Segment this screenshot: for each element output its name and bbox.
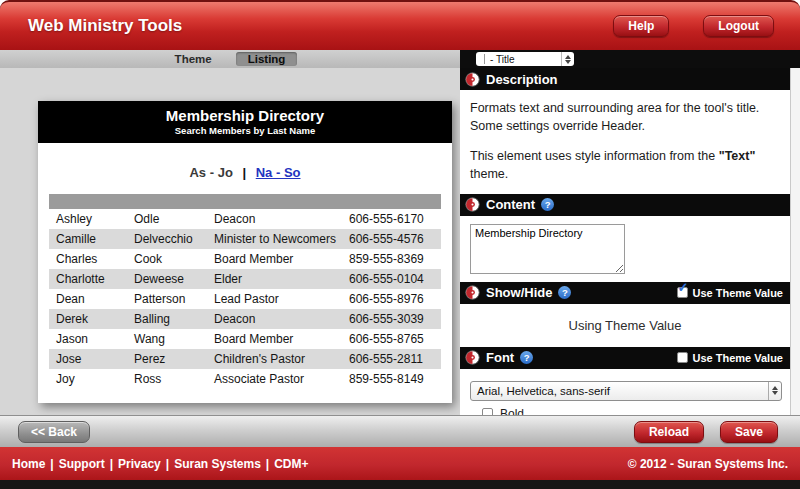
element-selector-bar: - Title bbox=[460, 50, 800, 68]
member-first-name: Jose bbox=[49, 352, 134, 366]
help-question-icon[interactable]: ? bbox=[520, 351, 533, 364]
tab-row: Theme Listing - Title bbox=[0, 50, 800, 68]
member-phone: 606-555-8976 bbox=[349, 292, 441, 306]
copyright-text: © 2012 - Suran Systems Inc. bbox=[628, 457, 788, 471]
member-role: Associate Pastor bbox=[214, 372, 349, 386]
member-last-name: Odle bbox=[134, 212, 214, 226]
app-window: Web Ministry Tools Help Logout Theme Lis… bbox=[0, 0, 800, 489]
table-row: Charles Cook Board Member 859-555-8369 bbox=[49, 249, 441, 269]
member-first-name: Jason bbox=[49, 332, 134, 346]
suran-target-icon bbox=[465, 350, 480, 365]
member-role: Lead Pastor bbox=[214, 292, 349, 306]
table-row: Jason Wang Board Member 606-555-8765 bbox=[49, 329, 441, 349]
top-bar-actions: Help Logout bbox=[613, 15, 774, 37]
back-button[interactable]: << Back bbox=[18, 421, 90, 443]
table-body: Ashley Odle Deacon 606-555-6170 Camille … bbox=[49, 209, 441, 389]
page-range-current[interactable]: As - Jo bbox=[189, 165, 232, 180]
arrow-down-icon bbox=[772, 391, 778, 395]
member-role: Children's Pastor bbox=[214, 352, 349, 366]
show-hide-use-theme-toggle[interactable]: ✓ Use Theme Value bbox=[677, 287, 784, 299]
settings-content: Description Formats text and surrounding… bbox=[460, 68, 790, 415]
footer-separator: | bbox=[266, 457, 269, 471]
help-question-icon[interactable]: ? bbox=[558, 286, 571, 299]
logout-button[interactable]: Logout bbox=[703, 15, 774, 37]
help-button[interactable]: Help bbox=[613, 15, 669, 37]
show-hide-status-text: Using Theme Value bbox=[460, 318, 790, 333]
table-row: Camille Delvecchio Minister to Newcomers… bbox=[49, 229, 441, 249]
bold-option[interactable]: Bold bbox=[482, 407, 790, 416]
select-stepper-icon bbox=[561, 52, 574, 66]
member-role: Deacon bbox=[214, 312, 349, 326]
top-bar: Web Ministry Tools Help Logout bbox=[0, 0, 800, 50]
font-use-theme-toggle[interactable]: Use Theme Value bbox=[677, 352, 784, 364]
footer-link-support[interactable]: Support bbox=[59, 457, 105, 471]
content-title: Content bbox=[486, 197, 535, 212]
tab-theme[interactable]: Theme bbox=[163, 52, 224, 66]
member-role: Board Member bbox=[214, 252, 349, 266]
page-range-link[interactable]: Na - So bbox=[256, 165, 301, 180]
footer-link-privacy[interactable]: Privacy bbox=[118, 457, 161, 471]
member-role: Board Member bbox=[214, 332, 349, 346]
use-theme-label: Use Theme Value bbox=[693, 352, 784, 364]
show-hide-section-header: Show/Hide ? ✓ Use Theme Value bbox=[460, 282, 790, 304]
select-divider bbox=[484, 54, 485, 64]
scrollbar-track[interactable] bbox=[790, 68, 800, 415]
element-select[interactable]: - Title bbox=[476, 52, 574, 66]
suran-target-icon bbox=[465, 197, 480, 212]
footer-link-cdm[interactable]: CDM+ bbox=[274, 457, 308, 471]
settings-panel: Description Formats text and surrounding… bbox=[460, 68, 800, 415]
bottom-black-strip bbox=[0, 480, 800, 489]
bottom-button-bar: << Back Reload Save bbox=[0, 415, 800, 447]
preview-panel: Membership Directory Search Members by L… bbox=[0, 68, 460, 415]
check-icon: ✓ bbox=[678, 281, 689, 294]
tab-listing[interactable]: Listing bbox=[236, 52, 298, 66]
use-theme-checkbox-checked[interactable]: ✓ bbox=[677, 287, 688, 298]
content-section-header: Content ? bbox=[460, 194, 790, 216]
arrow-up-icon bbox=[772, 386, 778, 390]
element-select-value: - Title bbox=[490, 54, 514, 65]
member-last-name: Cook bbox=[134, 252, 214, 266]
directory-subtitle: Search Members by Last Name bbox=[38, 125, 452, 136]
table-row: Charlotte Deweese Elder 606-555-0104 bbox=[49, 269, 441, 289]
table-row: Joy Ross Associate Pastor 859-555-8149 bbox=[49, 369, 441, 389]
show-hide-title: Show/Hide bbox=[486, 285, 552, 300]
description-p2-post: theme. bbox=[470, 167, 508, 181]
member-phone: 606-555-2811 bbox=[349, 352, 441, 366]
description-title: Description bbox=[486, 72, 558, 87]
help-question-icon[interactable]: ? bbox=[541, 198, 554, 211]
footer-link-suran-systems[interactable]: Suran Systems bbox=[174, 457, 261, 471]
member-phone: 606-555-0104 bbox=[349, 272, 441, 286]
suran-target-icon bbox=[465, 72, 480, 87]
save-button[interactable]: Save bbox=[720, 421, 778, 443]
member-first-name: Charles bbox=[49, 252, 134, 266]
main-area: Membership Directory Search Members by L… bbox=[0, 68, 800, 415]
font-family-value: Arial, Helvetica, sans-serif bbox=[477, 385, 610, 397]
bold-checkbox[interactable] bbox=[482, 408, 493, 415]
member-role: Elder bbox=[214, 272, 349, 286]
footer-link-home[interactable]: Home bbox=[12, 457, 45, 471]
table-row: Ashley Odle Deacon 606-555-6170 bbox=[49, 209, 441, 229]
font-title: Font bbox=[486, 350, 514, 365]
alpha-pagination: As - Jo | Na - So bbox=[38, 165, 452, 180]
use-theme-checkbox-unchecked[interactable] bbox=[677, 352, 688, 363]
table-header-bar bbox=[49, 194, 441, 209]
member-last-name: Delvecchio bbox=[134, 232, 214, 246]
member-last-name: Patterson bbox=[134, 292, 214, 306]
font-section-header: Font ? Use Theme Value bbox=[460, 347, 790, 369]
font-family-select[interactable]: Arial, Helvetica, sans-serif bbox=[470, 381, 782, 401]
member-first-name: Charlotte bbox=[49, 272, 134, 286]
footer-separator: | bbox=[166, 457, 169, 471]
member-first-name: Dean bbox=[49, 292, 134, 306]
member-last-name: Perez bbox=[134, 352, 214, 366]
description-p2-bold: "Text" bbox=[719, 149, 756, 163]
member-phone: 606-555-3039 bbox=[349, 312, 441, 326]
arrow-down-icon bbox=[565, 60, 571, 64]
table-row: Dean Patterson Lead Pastor 606-555-8976 bbox=[49, 289, 441, 309]
member-last-name: Wang bbox=[134, 332, 214, 346]
tab-strip: Theme Listing bbox=[0, 50, 460, 68]
member-phone: 606-555-8765 bbox=[349, 332, 441, 346]
member-role: Deacon bbox=[214, 212, 349, 226]
reload-button[interactable]: Reload bbox=[634, 421, 704, 443]
member-last-name: Balling bbox=[134, 312, 214, 326]
content-textarea[interactable]: Membership Directory bbox=[470, 224, 625, 274]
